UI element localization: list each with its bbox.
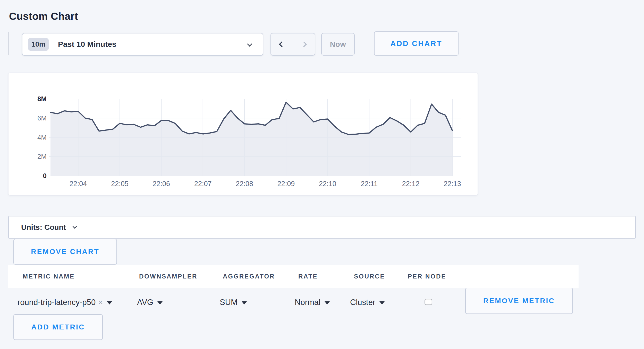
th-rate: RATE <box>298 273 318 280</box>
th-metric-name: METRIC NAME <box>23 273 75 280</box>
time-back-button[interactable] <box>271 33 293 55</box>
chevron-down-icon <box>247 41 252 47</box>
time-range-divider <box>9 32 9 55</box>
now-button[interactable]: Now <box>321 33 355 56</box>
x-axis-label: 22:10 <box>319 180 336 188</box>
time-forward-button[interactable] <box>293 33 315 55</box>
downsampler-value: AVG <box>137 298 153 307</box>
x-axis-label: 22:08 <box>236 180 253 188</box>
y-axis-label: 6M <box>37 114 47 122</box>
time-scale-badge: 10m <box>28 38 49 51</box>
metric-remove-x-icon[interactable]: × <box>98 298 103 307</box>
chevron-left-icon <box>279 41 285 47</box>
page-title: Custom Chart <box>9 11 78 22</box>
caret-down-icon <box>242 301 247 304</box>
th-source: SOURCE <box>354 273 385 280</box>
x-axis-label: 22:05 <box>111 180 129 188</box>
units-label: Units: Count <box>21 223 66 232</box>
y-axis-label: 0 <box>43 172 47 180</box>
per-node-checkbox[interactable] <box>425 299 432 305</box>
source-select[interactable]: Cluster <box>350 298 385 307</box>
rate-value: Normal <box>295 298 320 307</box>
chevron-down-icon <box>72 224 77 229</box>
add-metric-button[interactable]: ADD METRIC <box>13 314 103 340</box>
y-axis-label: 8M <box>37 95 47 103</box>
caret-down-icon <box>325 301 330 304</box>
time-step-group <box>270 33 315 56</box>
aggregator-value: SUM <box>220 298 238 307</box>
source-value: Cluster <box>350 298 375 307</box>
remove-chart-button[interactable]: REMOVE CHART <box>13 239 117 265</box>
chart-area-fill <box>50 102 452 176</box>
x-axis-label: 22:12 <box>402 180 420 188</box>
units-dropdown[interactable]: Units: Count <box>8 216 636 239</box>
chart-plot[interactable]: 02M4M6M8M22:0422:0522:0622:0722:0822:092… <box>9 73 478 196</box>
remove-metric-button[interactable]: REMOVE METRIC <box>465 288 573 314</box>
add-chart-button[interactable]: ADD CHART <box>374 31 459 56</box>
th-aggregator: AGGREGATOR <box>223 273 275 280</box>
time-range-select[interactable]: 10m Past 10 Minutes <box>22 33 263 56</box>
metric-name-value: round-trip-latency-p50 <box>18 298 96 307</box>
chevron-right-icon <box>301 41 307 47</box>
time-range-label: Past 10 Minutes <box>58 40 116 49</box>
metric-name-select[interactable]: round-trip-latency-p50 × <box>18 298 112 307</box>
rate-select[interactable]: Normal <box>295 298 330 307</box>
th-per-node: PER NODE <box>408 273 446 280</box>
x-axis-label: 22:13 <box>444 180 461 188</box>
downsampler-select[interactable]: AVG <box>137 298 163 307</box>
chart-card: 02M4M6M8M22:0422:0522:0622:0722:0822:092… <box>8 73 478 196</box>
x-axis-label: 22:06 <box>153 180 170 188</box>
aggregator-select[interactable]: SUM <box>220 298 247 307</box>
th-downsampler: DOWNSAMPLER <box>139 273 197 280</box>
caret-down-icon <box>157 301 163 304</box>
x-axis-label: 22:04 <box>70 180 87 188</box>
y-axis-label: 4M <box>37 134 47 141</box>
caret-down-icon <box>379 301 385 304</box>
metrics-table-header: METRIC NAME DOWNSAMPLER AGGREGATOR RATE … <box>8 265 579 288</box>
x-axis-label: 22:07 <box>194 180 212 188</box>
caret-down-icon <box>107 301 112 304</box>
x-axis-label: 22:11 <box>361 180 378 188</box>
y-axis-label: 2M <box>37 153 47 160</box>
x-axis-label: 22:09 <box>277 180 295 188</box>
